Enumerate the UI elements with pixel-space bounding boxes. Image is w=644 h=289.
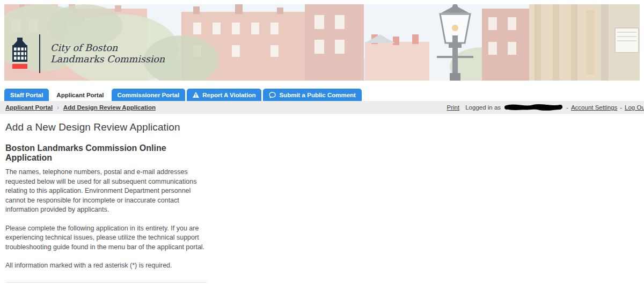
tab-label: Report A Violation xyxy=(202,92,255,98)
portal-tabs: Staff Portal Applicant Portal Commission… xyxy=(4,89,644,101)
tab-staff-portal[interactable]: Staff Portal xyxy=(4,89,49,101)
page-title: Add a New Design Review Application xyxy=(5,121,212,133)
session-separator: - xyxy=(566,104,568,111)
tab-report-a-violation[interactable]: Report A Violation xyxy=(187,89,261,101)
warning-triangle-icon xyxy=(193,92,199,98)
breadcrumb-applicant-portal[interactable]: Applicant Portal xyxy=(5,104,53,111)
print-link[interactable]: Print xyxy=(447,104,460,111)
site-banner: City of Boston Landmarks Commission xyxy=(4,4,640,81)
section-divider xyxy=(5,282,207,283)
tab-commissioner-portal[interactable]: Commissioner Portal xyxy=(112,89,186,101)
session-separator: - xyxy=(620,104,622,111)
commission-name-line2: Landmarks Commission xyxy=(50,54,165,65)
speech-bubble-icon xyxy=(269,92,276,98)
tab-label: Applicant Portal xyxy=(56,92,104,98)
breadcrumb-add-design-review-application[interactable]: Add Design Review Application xyxy=(63,104,156,111)
commission-logo: City of Boston Landmarks Commission xyxy=(11,34,165,73)
logged-in-as-label: Logged in as xyxy=(465,104,501,111)
tab-submit-public-comment[interactable]: Submit a Public Comment xyxy=(263,89,362,101)
commission-name: City of Boston Landmarks Commission xyxy=(50,42,165,65)
tab-applicant-portal[interactable]: Applicant Portal xyxy=(50,89,109,101)
redacted-username-scribble xyxy=(504,104,562,111)
breadcrumb-session-bar: Applicant Portal › Add Design Review App… xyxy=(0,101,644,114)
breadcrumb-separator: › xyxy=(57,104,59,111)
tab-label: Commissioner Portal xyxy=(118,92,180,98)
logo-divider xyxy=(39,34,40,73)
intro-paragraph-complete-application: Please complete the following applicatio… xyxy=(5,224,210,252)
section-title: Boston Landmarks Commission Online Appli… xyxy=(5,143,212,163)
main-content: Add a New Design Review Application Bost… xyxy=(0,121,212,289)
session-controls: Print Logged in as - Account Settings - … xyxy=(447,104,644,111)
intro-paragraph-contact-info: The names, telephone numbers, postal and… xyxy=(5,168,210,215)
breadcrumb: Applicant Portal › Add Design Review App… xyxy=(5,104,156,111)
tab-label: Staff Portal xyxy=(10,92,43,98)
tab-label: Submit a Public Comment xyxy=(279,92,356,98)
account-settings-link[interactable]: Account Settings xyxy=(571,104,617,111)
intro-paragraph-required-note: All information marked with a red asteri… xyxy=(5,261,210,271)
rowhouse-building-icon xyxy=(11,38,29,70)
log-out-link[interactable]: Log Out xyxy=(625,104,644,111)
commission-name-line1: City of Boston xyxy=(50,42,165,54)
